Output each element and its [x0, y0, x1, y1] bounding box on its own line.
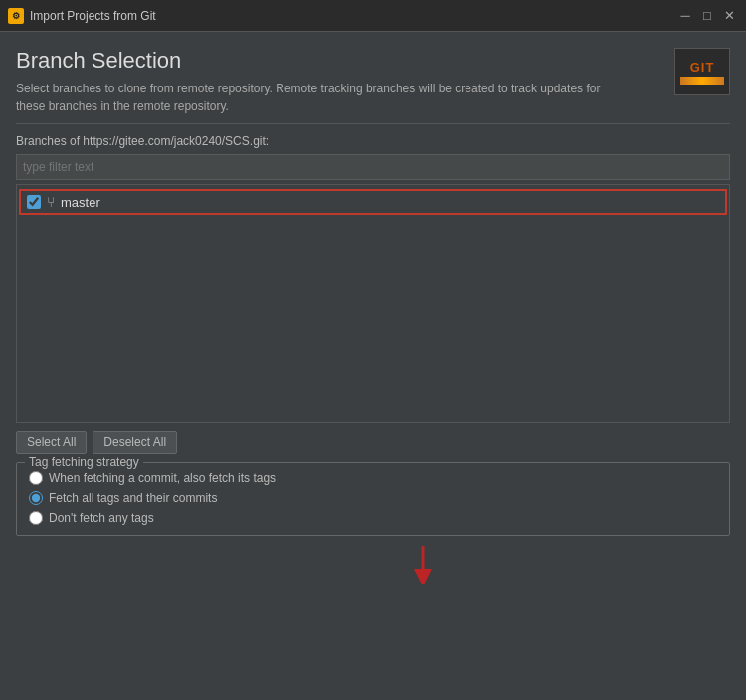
page-subtitle: Select branches to clone from remote rep…: [16, 80, 633, 115]
selection-buttons: Select All Deselect All: [16, 431, 730, 454]
radio-option-2: Fetch all tags and their commits: [29, 491, 717, 505]
branch-icon: ⑂: [47, 194, 55, 210]
header-separator: [16, 123, 730, 124]
branch-list: ⑂ master: [16, 184, 730, 423]
branch-label: Branches of https://gitee.com/jack0240/S…: [16, 134, 730, 148]
radio-input-2[interactable]: [29, 491, 43, 505]
arrow-area: [16, 536, 730, 588]
radio-label-2: Fetch all tags and their commits: [49, 491, 217, 505]
branch-checkbox-master[interactable]: [27, 195, 41, 209]
radio-input-3[interactable]: [29, 511, 43, 525]
branch-item-master: ⑂ master: [19, 189, 727, 215]
deselect-all-button[interactable]: Deselect All: [93, 431, 177, 454]
branch-name-master: master: [61, 195, 100, 210]
maximize-button[interactable]: □: [698, 7, 716, 25]
radio-label-3: Don't fetch any tags: [49, 511, 154, 525]
git-logo: GIT: [674, 48, 730, 95]
git-logo-inner: GIT: [680, 60, 724, 85]
title-bar: ⚙ Import Projects from Git ─ □ ✕: [0, 0, 746, 32]
close-button[interactable]: ✕: [720, 7, 738, 25]
minimize-button[interactable]: ─: [676, 7, 694, 25]
page-title: Branch Selection: [16, 48, 633, 74]
window-controls: ─ □ ✕: [676, 7, 738, 25]
radio-option-1: When fetching a commit, also fetch its t…: [29, 471, 717, 485]
radio-label-1: When fetching a commit, also fetch its t…: [49, 471, 276, 485]
app-icon: ⚙: [8, 8, 24, 24]
main-content: Branch Selection Select branches to clon…: [0, 32, 746, 700]
next-arrow-icon: [393, 544, 453, 584]
radio-option-3: Don't fetch any tags: [29, 511, 717, 525]
header-left: Branch Selection Select branches to clon…: [16, 48, 633, 115]
filter-input[interactable]: [16, 154, 730, 180]
git-logo-bar: [680, 77, 724, 85]
strategy-legend: Tag fetching strategy: [25, 455, 143, 469]
title-bar-text: Import Projects from Git: [30, 9, 670, 23]
select-all-button[interactable]: Select All: [16, 431, 87, 454]
git-logo-text: GIT: [690, 60, 715, 75]
radio-input-1[interactable]: [29, 471, 43, 485]
page-header: Branch Selection Select branches to clon…: [16, 48, 730, 115]
tag-strategy-group: Tag fetching strategy When fetching a co…: [16, 462, 730, 536]
